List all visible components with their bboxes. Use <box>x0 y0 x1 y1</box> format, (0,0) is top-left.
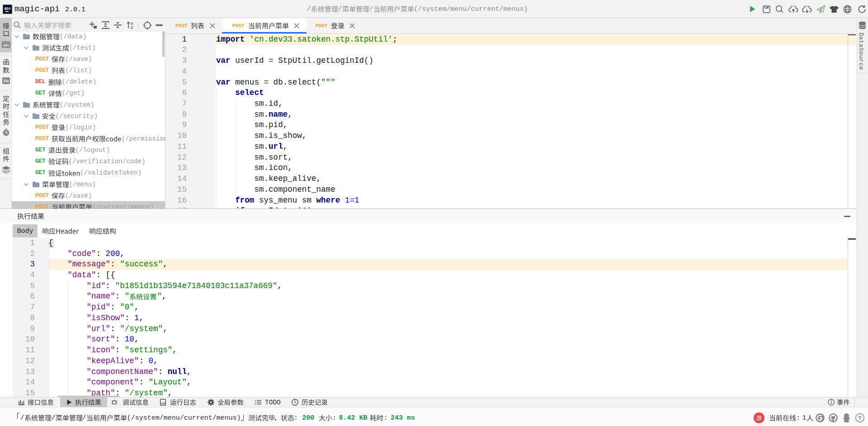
svg-text:API: API <box>3 43 9 47</box>
svg-text:Fn: Fn <box>4 79 9 83</box>
svg-text:MA: MA <box>5 6 11 11</box>
svg-text:LOG: LOG <box>160 402 166 405</box>
svg-text:?: ? <box>858 415 861 421</box>
svg-text:Z: Z <box>131 25 133 30</box>
